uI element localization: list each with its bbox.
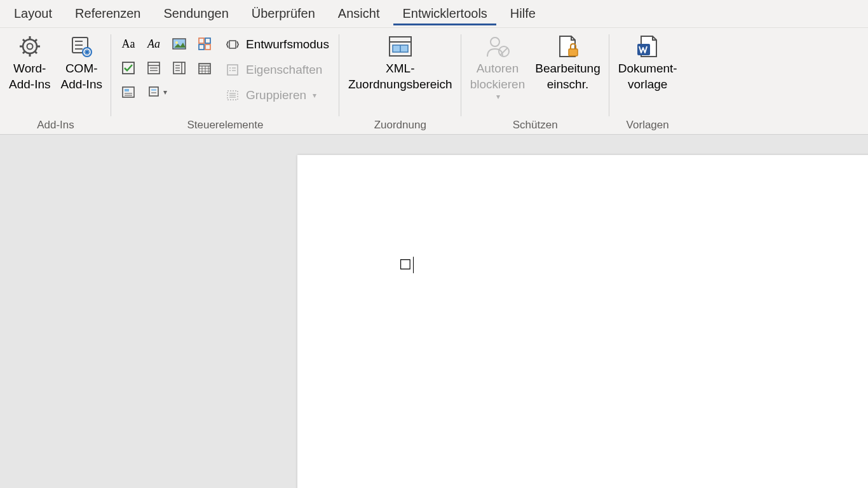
group-button: Gruppieren ▾ <box>220 84 333 107</box>
richtext-control-button[interactable]: Aa <box>118 33 139 55</box>
document-content: ☐ <box>399 257 414 273</box>
xml-mapping-button[interactable]: XML- Zuordnungsbereich <box>344 30 456 95</box>
text-cursor <box>413 257 414 273</box>
document-template-label: Dokument- vorlage <box>618 61 677 92</box>
design-mode-icon <box>224 37 241 51</box>
ribbon: Word- Add-Ins COM- Add-Ins Add-Ins Aa Aa <box>0 28 868 135</box>
properties-button: Eigenschaften <box>220 58 333 81</box>
picture-control-button[interactable] <box>168 33 190 55</box>
tab-mailings[interactable]: Sendungen <box>154 3 237 25</box>
svg-rect-51 <box>229 41 236 48</box>
xml-panel-icon <box>386 33 414 60</box>
svg-line-7 <box>23 51 25 53</box>
group-mapping: XML- Zuordnungsbereich Zuordnung <box>339 28 461 134</box>
legacy-tools-icon <box>147 85 162 100</box>
svg-rect-45 <box>125 89 129 92</box>
word-addins-button[interactable]: Word- Add-Ins <box>5 30 54 95</box>
group-label-text: Gruppieren <box>246 88 306 102</box>
restrict-editing-button[interactable]: Bearbeitung einschr. <box>531 30 604 95</box>
svg-rect-44 <box>123 87 134 97</box>
picture-icon <box>172 36 187 51</box>
buildingblock-control-button[interactable] <box>118 81 139 103</box>
group-addins-label: Add-Ins <box>5 119 106 134</box>
svg-point-0 <box>23 39 37 53</box>
design-mode-button[interactable]: Entwurfsmodus <box>220 33 333 56</box>
checkbox-icon <box>121 60 136 76</box>
tab-view[interactable]: Ansicht <box>329 3 389 25</box>
tab-references[interactable]: Referenzen <box>66 3 149 25</box>
properties-label: Eigenschaften <box>246 63 322 77</box>
group-protect: Autoren blockieren ▾ Bearbeitung einschr… <box>461 28 609 134</box>
chevron-down-icon: ▾ <box>496 92 500 102</box>
svg-rect-23 <box>205 38 210 43</box>
dropdown-icon <box>172 60 187 76</box>
plaintext-control-button[interactable]: Aa <box>143 33 165 55</box>
svg-rect-68 <box>569 49 578 56</box>
com-addins-icon <box>69 33 94 60</box>
ribbon-tabs: Layout Referenzen Sendungen Überprüfen A… <box>0 0 868 28</box>
group-controls-label: Steuerelemente <box>116 119 334 134</box>
svg-rect-48 <box>149 87 158 96</box>
group-icon <box>224 88 241 102</box>
word-addins-label: Word- Add-Ins <box>9 61 50 92</box>
group-templates-label: Vorlagen <box>614 119 681 134</box>
block-authors-label: Autoren blockieren <box>470 61 526 92</box>
svg-rect-22 <box>199 38 204 43</box>
document-template-button[interactable]: Dokument- vorlage <box>614 30 681 95</box>
dropdown-control-button[interactable] <box>168 57 190 79</box>
properties-icon <box>224 63 241 77</box>
group-templates: Dokument- vorlage Vorlagen <box>609 28 686 134</box>
design-mode-label: Entwurfsmodus <box>246 37 329 51</box>
document-page[interactable]: ☐ <box>297 155 868 488</box>
svg-point-65 <box>491 37 499 46</box>
svg-rect-24 <box>199 44 204 50</box>
svg-line-6 <box>35 51 37 53</box>
plaintext-icon: Aa <box>147 37 160 51</box>
svg-rect-37 <box>199 64 210 66</box>
svg-point-21 <box>175 41 178 44</box>
document-workspace: ☐ <box>0 135 868 488</box>
com-addins-button[interactable]: COM- Add-Ins <box>57 30 105 95</box>
datepicker-icon <box>197 60 212 76</box>
svg-line-5 <box>23 39 25 41</box>
repeating-section-icon <box>197 36 212 51</box>
svg-point-19 <box>86 51 88 53</box>
datepicker-control-button[interactable] <box>194 57 215 79</box>
group-addins: Word- Add-Ins COM- Add-Ins Add-Ins <box>0 28 111 134</box>
legacy-tools-button[interactable]: ▾ <box>143 81 171 103</box>
group-mapping-label: Zuordnung <box>344 119 456 134</box>
tab-help[interactable]: Hilfe <box>501 3 545 25</box>
svg-line-8 <box>35 39 37 41</box>
group-protect-label: Schützen <box>466 119 604 134</box>
block-authors-button: Autoren blockieren ▾ <box>466 30 529 105</box>
repeating-section-button[interactable] <box>194 33 215 55</box>
com-addins-label: COM- Add-Ins <box>60 61 102 92</box>
group-controls: Aa Aa <box>111 28 339 134</box>
checkbox-content-control[interactable]: ☐ <box>399 258 412 272</box>
svg-rect-25 <box>205 44 210 50</box>
svg-rect-49 <box>151 89 156 91</box>
svg-rect-52 <box>227 65 238 75</box>
combobox-control-button[interactable] <box>143 57 165 79</box>
richtext-icon: Aa <box>121 37 135 51</box>
combobox-icon <box>146 60 161 76</box>
restrict-editing-label: Bearbeitung einschr. <box>535 61 600 92</box>
xml-mapping-label: XML- Zuordnungsbereich <box>348 61 452 92</box>
svg-point-9 <box>27 44 32 50</box>
document-template-icon <box>634 33 661 60</box>
addins-gear-icon <box>17 33 43 60</box>
buildingblock-icon <box>121 85 136 100</box>
restrict-editing-icon <box>553 33 581 60</box>
tab-developer[interactable]: Entwicklertools <box>393 3 496 25</box>
chevron-down-icon: ▾ <box>313 91 316 100</box>
block-authors-icon <box>484 33 512 60</box>
tab-review[interactable]: Überprüfen <box>243 3 324 25</box>
checkbox-control-button[interactable] <box>118 57 139 79</box>
tab-layout[interactable]: Layout <box>5 3 61 25</box>
chevron-down-icon: ▾ <box>163 88 167 97</box>
